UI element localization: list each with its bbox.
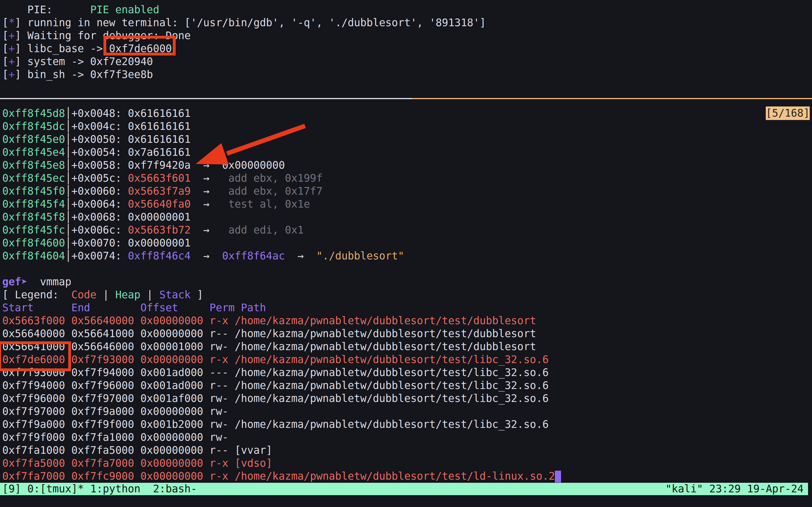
terminal-line: 0xff8f45e0│+0x0050: 0x61616161 [2,133,812,146]
terminal-line: 0xf7fa7000 0xf7fc9000 0x00000000 r-x /ho… [2,470,812,483]
terminal-line: 0xf7f97000 0xf7f9a000 0x00000000 rw- [2,405,812,418]
terminal-line: 0xff8f45f4│+0x0064: 0x56640fa0 → test al… [2,198,812,211]
terminal-line: 0xf7f9f000 0xf7fa1000 0x00000000 rw- [2,431,812,444]
terminal-line: 0xff8f45dc│+0x004c: 0x61616161 [2,120,812,133]
terminal-line: 0xff8f45e8│+0x0058: 0xf7f9420a → 0x00000… [2,159,812,172]
tmux-window-list: 0:[tmux]* 1:python 2:bash- [28,483,197,495]
terminal-line: 0xf7f94000 0xf7f96000 0x001ad000 r-- /ho… [2,379,812,392]
terminal-line: 0xff8f45ec│+0x005c: 0x5663f601 → add ebx… [2,172,812,185]
terminal-line: 0xf7f93000 0xf7f94000 0x001ad000 --- /ho… [2,366,812,379]
terminal-line [2,94,812,107]
terminal-line: [ Legend: Code | Heap | Stack ] [2,288,812,301]
terminal-line [2,81,812,94]
terminal-line: 0xff8f4600│+0x0070: 0x00000001 [2,237,812,249]
tmux-window[interactable]: 0:[tmux]* [28,483,90,495]
tmux-status-bar: [9] 0:[tmux]* 1:python 2:bash- "kali" 23… [0,483,808,495]
terminal-cursor [555,471,561,483]
tmux-status-right: "kali" 23:29 19-Apr-24 [665,483,804,495]
terminal-line: 0xf7f96000 0xf7f97000 0x001af000 rw- /ho… [2,392,812,405]
terminal-line: 0x56641000 0x56646000 0x00001000 rw- /ho… [2,340,812,353]
terminal-line [2,263,812,276]
terminal-line: 0xf7fa1000 0xf7fa5000 0x00000000 r-- [vv… [2,444,812,457]
terminal-line: 0xff8f45e4│+0x0054: 0x7a616161 [2,146,812,159]
terminal-line: 0xff8f45f8│+0x0068: 0x00000001 [2,211,812,224]
terminal-line: 0xf7f9a000 0xf7f9f000 0x001b2000 rw- /ho… [2,418,812,431]
terminal-line: Start End Offset Perm Path [2,301,812,314]
terminal-line: 0x5663f000 0x56640000 0x00000000 r-x /ho… [2,314,812,327]
annotation-rect-vmmap-libc [0,341,71,371]
terminal-line: 0xf7fa5000 0xf7fa7000 0x00000000 r-x [vd… [2,457,812,470]
terminal-line: 0xf7de6000 0xf7f93000 0x00000000 r-x /ho… [2,353,812,366]
terminal-line: 0x56640000 0x56641000 0x00000000 r-- /ho… [2,327,812,340]
terminal-line: 0xff8f45f0│+0x0060: 0x5663f7a9 → add ebx… [2,185,812,198]
annotation-rect-libc-base [103,36,175,55]
tmux-window[interactable]: 2:bash- [153,483,197,495]
terminal-line: gef➤ vmmap [2,276,812,288]
terminal-line: 0xff8f45d8│+0x0048: 0x61616161 [2,107,812,120]
terminal-line: [+] bin_sh -> 0xf7f3ee8b [2,68,812,81]
terminal-line: 0xff8f4604│+0x0074: 0xff8f46c4 → 0xff8f6… [2,249,812,263]
terminal-output: PIE: PIE enabled[*] running in new termi… [2,3,812,483]
terminal-line: 0xff8f45fc│+0x006c: 0x5663fb72 → add edi… [2,224,812,237]
tmux-status-left: [9] 0:[tmux]* 1:python 2:bash- [2,483,197,495]
terminal-line: [+] system -> 0xf7e20940 [2,55,812,68]
tmux-window[interactable]: 1:python [90,483,153,495]
context-separator [0,98,812,99]
tmux-scroll-position-badge: [5/168] [766,107,810,120]
terminal-screen[interactable]: PIE: PIE enabled[*] running in new termi… [0,0,812,507]
tmux-session-label: [9] [2,483,28,495]
terminal-line: [*] running in new terminal: ['/usr/bin/… [2,16,812,29]
terminal-line: PIE: PIE enabled [2,3,812,16]
